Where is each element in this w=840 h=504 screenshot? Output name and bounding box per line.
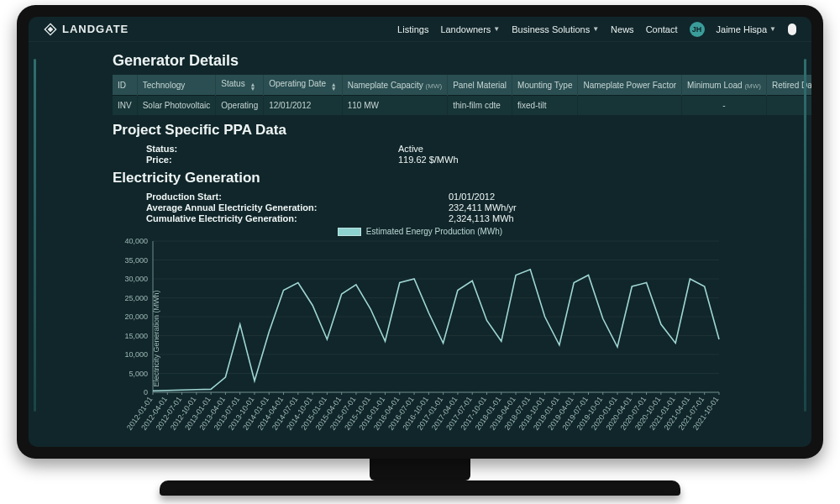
table-row[interactable]: INV Solar Photovoltaic Operating 12/01/2… (113, 96, 811, 116)
svg-marker-1 (48, 26, 54, 32)
th-operating-date[interactable]: Operating Date ▲▼ (264, 75, 343, 96)
th-min-load[interactable]: Minimum Load (MW) (682, 75, 767, 96)
svg-text:20,000: 20,000 (124, 312, 148, 321)
nav-business-label: Business Solutions (512, 24, 590, 34)
section-title-generator-details: Generator Details (113, 52, 727, 70)
generator-details-table: ID Technology Status ▲▼ Operating Date ▲… (113, 75, 811, 115)
avatar[interactable]: JH (690, 22, 705, 37)
svg-text:5,000: 5,000 (129, 370, 148, 378)
chevron-down-icon: ▼ (769, 25, 776, 33)
avg-gen-label: Average Annual Electricity Generation: (146, 202, 449, 213)
cell-technology: Solar Photovoltaic (137, 96, 216, 116)
user-name: Jaime Hispa (717, 24, 768, 34)
th-status[interactable]: Status ▲▼ (216, 75, 264, 96)
brand-name: LANDGATE (62, 23, 129, 35)
chart-svg: 05,00010,00015,00020,00025,00030,00035,0… (113, 238, 726, 439)
prod-start-value: 01/01/2012 (449, 192, 727, 202)
cell-operating-date: 12/01/2012 (264, 96, 343, 116)
brand-logo-icon (44, 23, 57, 36)
content: Generator Details ID Technology Status ▲… (29, 42, 811, 447)
chevron-down-icon: ▼ (592, 25, 599, 33)
nav-business-solutions[interactable]: Business Solutions ▼ (512, 24, 599, 34)
generation-chart: Electricity Generation (MWh) 05,00010,00… (113, 238, 727, 439)
cell-min-load: - (682, 96, 767, 116)
ppa-price-value: 119.62 $/MWh (398, 155, 727, 165)
th-technology[interactable]: Technology (137, 75, 216, 96)
mw-suffix: (MW) (744, 82, 761, 90)
svg-text:15,000: 15,000 (124, 332, 148, 340)
avg-gen-value: 232,411 MWh/yr (449, 202, 727, 213)
ppa-block: Status: Active Price: 119.62 $/MWh (146, 144, 727, 165)
cum-gen-value: 2,324,113 MWh (449, 213, 727, 223)
th-capacity-label: Nameplate Capacity (348, 81, 423, 90)
nav-landowners-label: Landowners (440, 24, 491, 34)
monitor-stand-base (160, 480, 680, 496)
cell-panel-material: thin-film cdte (448, 96, 512, 116)
sort-icon: ▲▼ (331, 82, 337, 91)
legend-label: Estimated Energy Production (MWh) (366, 227, 502, 236)
electricity-block: Production Start: 01/01/2012 Average Ann… (146, 192, 727, 223)
notification-pill-icon[interactable] (788, 24, 796, 35)
th-panel-material[interactable]: Panel Material (448, 75, 512, 96)
table-header-row: ID Technology Status ▲▼ Operating Date ▲… (113, 75, 811, 96)
th-mounting-type[interactable]: Mounting Type (512, 75, 578, 96)
nav-listings[interactable]: Listings (397, 24, 428, 34)
th-minload-label: Minimum Load (687, 81, 743, 90)
monitor-frame: LANDGATE Listings Landowners ▼ Business … (17, 5, 823, 459)
cell-status: Operating (216, 96, 264, 116)
nav-contact[interactable]: Contact (646, 24, 678, 34)
mw-suffix: (MW) (426, 82, 443, 90)
user-menu[interactable]: Jaime Hispa ▼ (717, 24, 776, 34)
ppa-status-label: Status: (146, 144, 398, 154)
screen: LANDGATE Listings Landowners ▼ Business … (29, 17, 811, 447)
svg-text:10,000: 10,000 (124, 350, 148, 359)
brand[interactable]: LANDGATE (44, 23, 129, 36)
monitor-stand-neck (370, 459, 470, 480)
th-opdate-label: Operating Date (269, 79, 326, 88)
left-scroll-accent (34, 59, 36, 412)
th-nameplate-pf[interactable]: Nameplate Power Factor (578, 75, 682, 96)
cell-pf (578, 96, 682, 116)
nav-landowners[interactable]: Landowners ▼ (440, 24, 500, 34)
section-title-electricity: Electricity Generation (113, 170, 727, 186)
chart-legend: Estimated Energy Production (MWh) (113, 227, 727, 236)
ppa-price-label: Price: (146, 155, 398, 165)
top-nav: LANDGATE Listings Landowners ▼ Business … (29, 17, 811, 42)
ppa-status-value: Active (398, 144, 727, 154)
prod-start-label: Production Start: (146, 192, 449, 202)
legend-swatch (338, 228, 361, 236)
sort-icon: ▲▼ (249, 82, 255, 91)
cell-mounting-type: fixed-tilt (512, 96, 578, 116)
svg-text:30,000: 30,000 (124, 275, 148, 283)
th-nameplate-capacity[interactable]: Nameplate Capacity (MW) (342, 75, 447, 96)
right-scroll-accent (804, 59, 806, 412)
svg-text:25,000: 25,000 (124, 294, 148, 302)
y-axis-label: Electricity Generation (MWh) (152, 290, 160, 386)
nav-news[interactable]: News (611, 24, 634, 34)
cell-capacity: 110 MW (342, 96, 447, 116)
svg-text:40,000: 40,000 (124, 238, 148, 245)
svg-text:35,000: 35,000 (124, 256, 148, 265)
section-title-ppa: Project Specific PPA Data (113, 122, 727, 139)
th-status-label: Status (221, 79, 244, 88)
th-id[interactable]: ID (113, 75, 137, 96)
chevron-down-icon: ▼ (493, 25, 500, 33)
cum-gen-label: Cumulative Electricity Generation: (146, 213, 449, 223)
cell-id: INV (113, 96, 137, 116)
